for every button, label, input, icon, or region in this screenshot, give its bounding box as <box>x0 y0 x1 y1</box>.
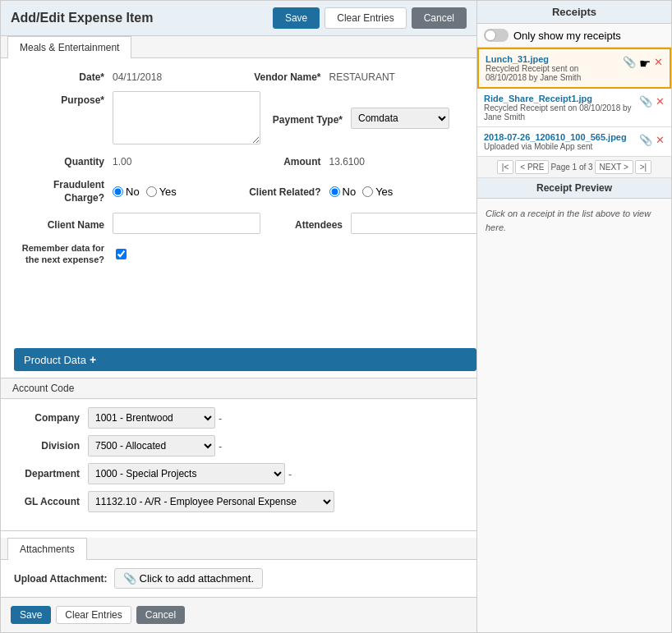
fraudulent-no-radio[interactable] <box>113 186 123 197</box>
receipt-name-2: 2018-07-26_120610_100_565.jpeg <box>484 132 636 142</box>
attendees-input[interactable] <box>351 213 476 234</box>
first-page-button[interactable]: |< <box>497 160 513 174</box>
clear-entries-button-footer[interactable]: Clear Entries <box>56 606 131 624</box>
amount-value: 13.6100 <box>329 153 464 167</box>
receipt-preview-header: Receipt Preview <box>477 178 671 199</box>
receipt-attach-icon-2[interactable]: 📎 <box>639 134 652 146</box>
attachments-tab-bar: Attachments <box>1 538 476 560</box>
receipt-attach-icon-0[interactable]: 📎 <box>623 56 636 68</box>
upload-button[interactable]: 📎 Click to add attachment. <box>114 568 263 589</box>
receipt-name-0: Lunch_31.jpeg <box>486 54 619 64</box>
vendor-value: RESTAURANT <box>329 68 464 83</box>
tab-attachments[interactable]: Attachments <box>7 538 87 560</box>
receipt-name-1: Ride_Share_Receipt1.jpg <box>484 94 636 103</box>
company-label: Company <box>14 412 88 424</box>
payment-type-select[interactable]: Comdata <box>351 108 449 129</box>
receipt-item-0[interactable]: Lunch_31.jpeg Recycled Receipt sent on 0… <box>477 48 671 89</box>
receipts-panel-title: Receipts <box>477 1 671 24</box>
client-related-no-radio[interactable] <box>329 186 340 197</box>
department-label: Department <box>14 468 88 479</box>
cancel-button-footer[interactable]: Cancel <box>136 606 185 624</box>
company-select[interactable]: 1001 - Brentwood <box>88 407 215 429</box>
receipt-remove-icon-1[interactable]: ✕ <box>656 95 665 108</box>
cursor-hand-icon: ☛ <box>639 56 651 71</box>
tab-bar: Meals & Entertainment <box>1 36 476 58</box>
receipt-item-1[interactable]: Ride_Share_Receipt1.jpg Recycled Receipt… <box>477 89 671 127</box>
receipt-remove-icon-0[interactable]: ✕ <box>654 56 663 68</box>
date-label: Date* <box>14 68 113 83</box>
product-data-plus-icon: + <box>90 353 96 366</box>
next-page-button[interactable]: NEXT > <box>595 160 633 174</box>
department-dash: - <box>288 468 292 480</box>
quantity-value: 1.00 <box>113 153 239 167</box>
upload-btn-label: Click to add attachment. <box>140 572 254 585</box>
attendees-label: Attendees <box>260 216 351 231</box>
client-related-label: Client Related? <box>239 183 329 198</box>
division-dash: - <box>219 440 222 452</box>
receipt-item-2[interactable]: 2018-07-26_120610_100_565.jpeg Uploaded … <box>477 127 671 157</box>
remember-label: Remember data for the next expense? <box>14 242 113 266</box>
pagination-row: |< < PRE Page 1 of 3 NEXT > >| <box>477 157 671 178</box>
last-page-button[interactable]: >| <box>635 160 651 174</box>
tab-meals-entertainment[interactable]: Meals & Entertainment <box>7 36 131 58</box>
division-label: Division <box>14 440 88 452</box>
account-code-section-header: Account Code <box>1 378 476 399</box>
only-mine-label: Only show my receipts <box>513 30 621 42</box>
purpose-input[interactable] <box>113 91 260 144</box>
receipt-sub-1: Recycled Receipt sent on 08/10/2018 by J… <box>484 103 636 122</box>
prev-page-button[interactable]: < PRE <box>515 160 549 174</box>
client-name-label: Client Name <box>14 216 113 231</box>
only-mine-toggle[interactable] <box>484 29 509 42</box>
product-data-button[interactable]: Product Data + <box>14 348 476 371</box>
fraudulent-radio-group: No Yes <box>113 182 177 198</box>
page-title: Add/Edit Expense Item <box>11 11 153 25</box>
receipt-preview-text: Click on a receipt in the list above to … <box>486 207 663 234</box>
client-related-no-label[interactable]: No <box>329 186 357 198</box>
client-related-yes-radio[interactable] <box>362 186 373 197</box>
fraudulent-no-label[interactable]: No <box>113 186 140 198</box>
amount-label: Amount <box>239 153 329 167</box>
save-button[interactable]: Save <box>273 7 320 29</box>
receipt-attach-icon-1[interactable]: 📎 <box>639 95 652 108</box>
paperclip-icon: 📎 <box>123 572 136 585</box>
client-related-yes-label[interactable]: Yes <box>362 186 393 198</box>
page-info: Page 1 of 3 <box>550 163 592 172</box>
gl-select[interactable]: 11132.10 - A/R - Employee Personal Expen… <box>88 491 334 512</box>
company-dash: - <box>219 412 222 424</box>
vendor-label: Vendor Name* <box>239 68 329 83</box>
product-data-label: Product Data <box>24 354 86 366</box>
fraudulent-yes-radio[interactable] <box>146 186 157 197</box>
receipt-remove-icon-2[interactable]: ✕ <box>656 134 665 146</box>
department-select[interactable]: 1000 - Special Projects <box>88 463 285 484</box>
receipt-sub-0: Recycled Receipt sent on 08/10/2018 by J… <box>486 64 619 82</box>
quantity-label: Quantity <box>14 153 113 167</box>
fraudulent-yes-label[interactable]: Yes <box>146 186 177 198</box>
payment-type-label: Payment Type* <box>260 111 351 126</box>
division-select[interactable]: 7500 - Allocated <box>88 435 215 456</box>
client-related-radio-group: No Yes <box>329 182 394 198</box>
upload-label: Upload Attachment: <box>14 573 108 585</box>
date-value: 04/11/2018 <box>113 68 239 83</box>
receipt-sub-2: Uploaded via Mobile App sent <box>484 142 636 151</box>
save-button-footer[interactable]: Save <box>11 606 51 624</box>
receipt-preview-body: Click on a receipt in the list above to … <box>477 199 671 632</box>
cancel-button-top[interactable]: Cancel <box>412 7 467 29</box>
clear-entries-button-top[interactable]: Clear Entries <box>324 7 406 29</box>
gl-label: GL Account <box>14 496 88 507</box>
fraudulent-label: Fraudulent Charge? <box>14 176 113 204</box>
remember-checkbox[interactable] <box>116 249 127 259</box>
client-name-input[interactable] <box>113 213 260 234</box>
purpose-label: Purpose* <box>14 91 113 106</box>
receipts-list: Lunch_31.jpeg Recycled Receipt sent on 0… <box>477 48 671 157</box>
